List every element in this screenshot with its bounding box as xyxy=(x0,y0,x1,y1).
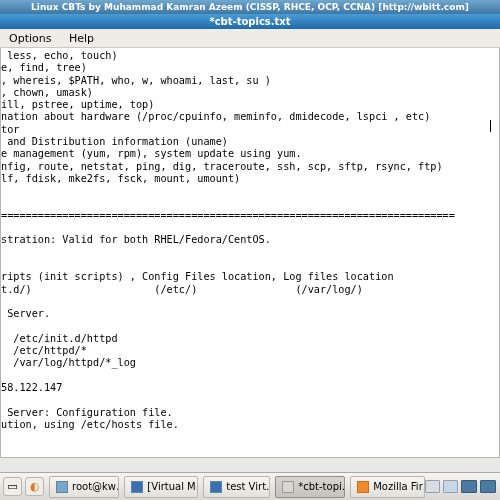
vm-icon xyxy=(210,481,222,493)
firefox-icon xyxy=(357,481,369,493)
task-label: *cbt-topi… xyxy=(298,481,345,492)
terminal-icon xyxy=(56,481,68,493)
text-editor-icon xyxy=(282,481,294,493)
show-desktop-icon[interactable]: ▭ xyxy=(3,477,22,496)
editor-text[interactable]: less, echo, touch) e, find, tree) , wher… xyxy=(1,48,499,444)
task-virt-test[interactable]: test Virt… xyxy=(203,476,270,498)
tray-indicator-icon[interactable] xyxy=(443,480,458,493)
system-tray xyxy=(425,480,500,493)
display-icon[interactable] xyxy=(461,480,477,493)
menu-bar: Options Help xyxy=(0,29,500,48)
menu-options[interactable]: Options xyxy=(2,29,58,48)
firefox-launcher-icon[interactable]: ◐ xyxy=(25,477,44,496)
task-label: root@kw… xyxy=(72,481,119,492)
launcher-tray: ▭ ◐ xyxy=(0,473,44,500)
task-label: Mozilla Fir… xyxy=(373,481,425,492)
task-label: test Virt… xyxy=(226,481,270,492)
menu-help[interactable]: Help xyxy=(62,29,101,48)
task-virtual-manager[interactable]: [Virtual M… xyxy=(124,476,198,498)
task-label: [Virtual M… xyxy=(147,481,198,492)
workspace-switcher-icon[interactable] xyxy=(425,480,440,493)
editor-viewport[interactable]: less, echo, touch) e, find, tree) , wher… xyxy=(0,48,500,458)
task-editor-cbt-topics[interactable]: *cbt-topi… xyxy=(275,476,345,498)
document-title: *cbt-topics.txt xyxy=(0,14,500,29)
vm-manager-icon xyxy=(131,481,143,493)
task-terminal[interactable]: root@kw… xyxy=(49,476,119,498)
text-cursor xyxy=(490,120,491,132)
display-icon[interactable] xyxy=(480,480,496,493)
task-firefox[interactable]: Mozilla Fir… xyxy=(350,476,425,498)
bottom-panel: ▭ ◐ root@kw… [Virtual M… test Virt… *cbt… xyxy=(0,472,500,500)
parent-window-title: Linux CBTs by Muhammad Kamran Azeem (CIS… xyxy=(0,0,500,14)
